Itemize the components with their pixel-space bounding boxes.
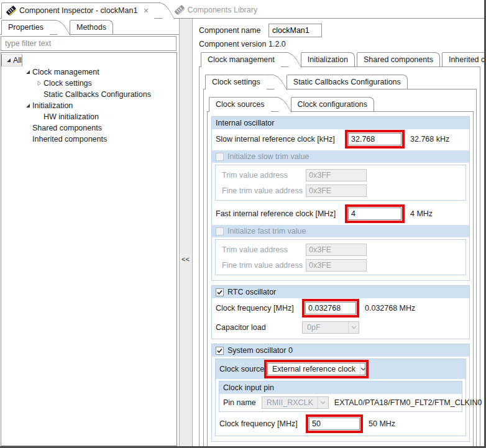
tab-clock-management[interactable]: Clock management	[201, 52, 281, 67]
fast-internal-ref-clock-label: Fast internal reference clock [MHz]	[216, 209, 339, 218]
tab-clock-sources[interactable]: Clock sources	[209, 97, 271, 112]
properties-panel: Properties Methods All Clock management	[0, 19, 179, 446]
clock-source-row: Clock source External reference clock	[216, 359, 465, 379]
expander-placeholder	[35, 91, 44, 98]
sources-tab-bar: Clock sources Clock configurations	[207, 96, 474, 112]
component-version-label: Component version	[199, 40, 268, 48]
properties-tree: All Clock management Clock settings Stat…	[1, 52, 177, 446]
sys-clock-frequency-label: Clock frequency [MHz]	[219, 419, 300, 428]
rtc-clock-frequency-label: Clock frequency [MHz]	[216, 304, 296, 313]
tree-item-static-callbacks[interactable]: Static Callbacks Configurations	[1, 89, 177, 100]
view-tab-components-library[interactable]: Components Library	[170, 2, 263, 18]
slow-internal-ref-clock-label: Slow internal reference clock [kHz]	[216, 135, 339, 144]
close-icon[interactable]: ✕	[143, 7, 149, 14]
system-oscillator-header: System oscillator 0	[212, 344, 469, 357]
tab-static-callbacks-configurations[interactable]: Static Callbacks Configurations	[287, 75, 408, 89]
tree-item-clock-settings[interactable]: Clock settings	[1, 78, 177, 89]
tree-item-inherited-components[interactable]: Inherited components	[1, 134, 177, 145]
highlight-box	[302, 299, 359, 318]
chevron-down-icon	[348, 322, 359, 333]
tab-properties[interactable]: Properties	[1, 20, 50, 35]
clock-input-pin-header: Clock input pin	[219, 382, 462, 394]
expander-placeholder	[35, 113, 44, 121]
tab-initialization[interactable]: Initialization	[301, 52, 355, 66]
highlight-box	[306, 414, 363, 433]
main-tab-bar: Clock management Initialization Shared c…	[199, 51, 480, 67]
checkbox-checked-icon[interactable]	[216, 288, 224, 296]
expander-collapsed-icon[interactable]	[35, 80, 44, 87]
slow-trim-subpanel: Trim value address Fine trim value addre…	[215, 165, 466, 201]
tab-clock-settings[interactable]: Clock settings	[205, 75, 267, 89]
rtc-oscillator-header: RTC oscillator	[212, 286, 469, 298]
sys-clock-frequency-input[interactable]	[309, 418, 360, 430]
fine-trim-value-address-label: Fine trim value address	[222, 261, 300, 270]
main-tab-folder: Clock management Initialization Shared c…	[199, 51, 480, 446]
slow-internal-ref-clock-input[interactable]	[348, 133, 401, 145]
expander-expanded-icon[interactable]	[24, 102, 32, 109]
expander-placeholder	[24, 124, 32, 132]
trim-value-address-label: Trim value address	[222, 245, 300, 254]
tree-item-clock-management[interactable]: Clock management	[1, 66, 177, 78]
section-title: Internal oscillator	[216, 119, 275, 127]
clock-input-pin-group: Clock input pin Pin name RMII_RXCLK	[219, 381, 462, 412]
capacitor-load-select: 0pF	[302, 321, 359, 334]
view-tab-label: Components Library	[188, 6, 258, 14]
collapse-sash[interactable]: <<	[179, 19, 193, 446]
rtc-clock-frequency-input[interactable]	[305, 302, 356, 314]
component-chip-icon	[6, 6, 16, 16]
chevron-down-icon	[360, 363, 366, 375]
fast-trim-subpanel: Trim value address Fine trim value addre…	[215, 239, 466, 275]
tree-item-label: Initialization	[32, 101, 73, 110]
component-chip-icon-gray	[175, 5, 185, 15]
system-oscillator-subpanel: Clock source External reference clock	[215, 359, 466, 436]
capacitor-load-label: Capacitor load	[216, 323, 296, 332]
fast-internal-ref-clock-display: 4 MHz	[410, 209, 433, 218]
checkbox-checked-icon[interactable]	[216, 347, 224, 355]
tree-item-initialization[interactable]: Initialization	[1, 100, 177, 111]
component-inspector-window: Component Inspector - clockMan1 ✕ Compon…	[0, 0, 486, 448]
tree-item-label: Static Callbacks Configurations	[44, 90, 151, 99]
trim-value-address-input	[306, 244, 367, 256]
left-tab-bar: Properties Methods	[0, 19, 179, 35]
pin-display: EXTAL0/PTA18/FTM0_FLT2/FTM_CLKIN0	[334, 398, 482, 407]
trim-value-address-input	[306, 169, 367, 181]
init-slow-trim-label: Initialize slow trim value	[227, 152, 309, 161]
internal-oscillator-header: Internal oscillator	[212, 117, 469, 129]
tab-inherited-components[interactable]: Inherited components	[442, 52, 484, 66]
tab-clock-configurations[interactable]: Clock configurations	[291, 97, 375, 111]
slow-internal-ref-clock-display: 32.768 kHz	[410, 135, 449, 144]
pin-name-label: Pin name	[223, 398, 256, 407]
tree-item-hw-initialization[interactable]: HW initialization	[1, 111, 177, 122]
fast-internal-ref-clock-input[interactable]	[348, 208, 401, 220]
tab-methods[interactable]: Methods	[70, 20, 113, 34]
tab-shared-components[interactable]: Shared components	[357, 52, 440, 66]
sources-tab-folder: Clock sources Clock configurations Inter…	[207, 96, 474, 446]
tree-item-all[interactable]: All	[1, 54, 22, 66]
component-version-value: 1.2.0	[268, 40, 286, 48]
expander-expanded-icon[interactable]	[4, 57, 13, 64]
component-name-label: Component name	[199, 26, 268, 35]
checkbox-unchecked-disabled-icon	[216, 227, 224, 235]
trim-value-address-label: Trim value address	[222, 171, 300, 180]
expander-placeholder	[24, 135, 32, 143]
internal-oscillator-section: Internal oscillator Slow internal refere…	[211, 116, 470, 281]
expander-expanded-icon[interactable]	[24, 68, 32, 76]
component-name-input[interactable]	[268, 24, 322, 37]
fine-trim-value-address-input	[306, 259, 367, 272]
view-tab-component-inspector[interactable]: Component Inspector - clockMan1 ✕	[1, 2, 154, 19]
tree-item-shared-components[interactable]: Shared components	[1, 122, 177, 134]
rtc-clock-frequency-display: 0.032768 MHz	[365, 304, 415, 313]
clock-source-select[interactable]: External reference clock	[267, 363, 365, 375]
tree-item-label: HW initialization	[44, 112, 99, 121]
rtc-oscillator-section: RTC oscillator Clock frequency [MHz] 0.0…	[211, 285, 470, 339]
fine-trim-value-address-label: Fine trim value address	[222, 186, 300, 195]
highlight-box	[345, 204, 405, 223]
init-slow-trim-row: Initialize slow trim value	[212, 150, 469, 163]
settings-tab-bar: Clock settings Static Callbacks Configur…	[203, 73, 477, 89]
init-fast-trim-row: Initialize fast trim value	[212, 225, 469, 237]
pin-name-select: RMII_RXCLK	[262, 396, 329, 409]
system-oscillator-section: System oscillator 0 Clock source	[211, 344, 470, 442]
filter-input[interactable]	[1, 36, 177, 51]
view-tab-bar: Component Inspector - clockMan1 ✕ Compon…	[0, 0, 484, 19]
tree-item-label: All	[13, 56, 22, 65]
